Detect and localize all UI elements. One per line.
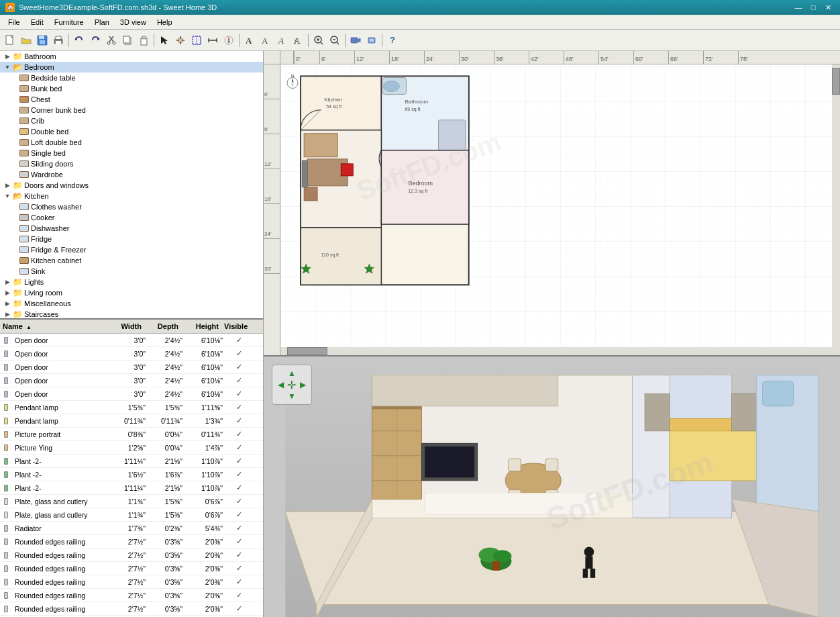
nav-right-button[interactable]: ▶ (297, 379, 309, 391)
nav-down-button[interactable]: ▼ (286, 391, 298, 402)
list-row-13[interactable]: Plate, glass and cutlery1'1¾"1'5⅜"0'6⅞"✓ (0, 508, 263, 522)
paste-button[interactable] (136, 33, 151, 48)
tree-item-sink[interactable]: Sink (0, 266, 263, 277)
tree-item-staircases[interactable]: ▶ 📁 Staircases (0, 309, 263, 320)
tree-item-fridge[interactable]: Fridge (0, 234, 263, 244)
row-visible-18[interactable]: ✓ (225, 576, 252, 587)
tree-item-bathroom[interactable]: ▶ 📁 Bathroom (0, 51, 263, 62)
tree-item-kitchen-cabinet[interactable]: Kitchen cabinet (0, 255, 263, 266)
list-row-7[interactable]: Picture portrait0'8⅜"0'0¼"0'11¾"✓ (0, 428, 263, 441)
row-visible-17[interactable]: ✓ (225, 563, 252, 574)
row-visible-14[interactable]: ✓ (225, 522, 252, 534)
text-button-4[interactable]: A (291, 33, 305, 48)
col-header-height[interactable]: Height (181, 321, 221, 332)
row-visible-11[interactable]: ✓ (225, 482, 252, 493)
expander-living-room[interactable]: ▶ (3, 289, 12, 296)
row-visible-4[interactable]: ✓ (225, 388, 252, 399)
help-button[interactable]: ? (385, 33, 400, 48)
list-row-9[interactable]: Plant -2-1'11¼"2'1⅝"1'10⅞"✓ (0, 455, 263, 468)
nav-up-button[interactable]: ▲ (286, 368, 298, 379)
row-visible-19[interactable]: ✓ (225, 589, 252, 601)
tree-item-sliding-doors[interactable]: Sliding doors (0, 158, 263, 169)
list-row-11[interactable]: Plant -2-1'11¼"2'1⅝"1'10⅞"✓ (0, 481, 263, 495)
text-button-2[interactable]: A (258, 33, 273, 48)
dimension-button[interactable] (205, 33, 220, 48)
expander-kitchen[interactable]: ▼ (3, 193, 12, 199)
text-button-3[interactable]: A (274, 33, 289, 48)
tree-item-wardrobe[interactable]: Wardrobe (0, 169, 263, 180)
list-row-14[interactable]: Radiator1'7¾"0'2⅜"5'4¾"✓ (0, 522, 263, 535)
row-visible-2[interactable]: ✓ (225, 361, 252, 373)
tree-item-lights[interactable]: ▶ 📁 Lights (0, 277, 263, 287)
zoom-in-button[interactable] (311, 33, 326, 48)
row-visible-3[interactable]: ✓ (225, 375, 252, 386)
tree-item-cooker[interactable]: Cooker (0, 212, 263, 223)
view-3d-button[interactable] (364, 33, 379, 48)
save-button[interactable] (35, 33, 50, 48)
tree-item-dishwasher[interactable]: Dishwasher (0, 223, 263, 234)
row-visible-8[interactable]: ✓ (225, 442, 252, 453)
list-row-20[interactable]: Rounded edges railing2'7½"0'3⅝"2'0⅜"✓ (0, 602, 263, 616)
plan-vscrollbar[interactable] (832, 64, 840, 355)
list-row-2[interactable]: Open door3'0"2'4½"6'10⅛"✓ (0, 361, 263, 374)
list-row-15[interactable]: Rounded edges railing2'7½"0'3⅝"2'0⅜"✓ (0, 535, 263, 549)
navigation-control[interactable]: ▲ ◀ ✛ ▶ ▼ (272, 365, 312, 405)
list-row-17[interactable]: Rounded edges railing2'7½"0'3⅝"2'0⅜"✓ (0, 562, 263, 575)
minimize-button[interactable]: — (792, 2, 805, 13)
menu-furniture[interactable]: Furniture (49, 17, 89, 28)
list-row-19[interactable]: Rounded edges railing2'7½"0'3⅝"2'0⅜"✓ (0, 589, 263, 602)
expander-staircases[interactable]: ▶ (3, 311, 12, 318)
row-visible-13[interactable]: ✓ (225, 509, 252, 520)
create-room-button[interactable] (189, 33, 204, 48)
tree-item-single-bed[interactable]: Single bed (0, 148, 263, 158)
nav-left-button[interactable]: ◀ (275, 379, 286, 391)
plan-canvas[interactable]: Kitchen 54 sq ft Bathroom 69 sq ft Livin… (280, 64, 832, 347)
close-button[interactable]: ✕ (821, 2, 835, 13)
row-visible-16[interactable]: ✓ (225, 549, 252, 561)
row-visible-6[interactable]: ✓ (225, 415, 252, 426)
tree-item-corner-bunk-bed[interactable]: Corner bunk bed (0, 105, 263, 115)
zoom-out-button[interactable] (327, 33, 342, 48)
tree-item-miscellaneous[interactable]: ▶ 📁 Miscellaneous (0, 298, 263, 309)
open-button[interactable] (19, 33, 34, 48)
maximize-button[interactable]: □ (806, 2, 820, 13)
list-row-16[interactable]: Rounded edges railing2'7½"0'3⅝"2'0⅜"✓ (0, 549, 263, 562)
tree-item-crib[interactable]: Crib (0, 115, 263, 126)
tree-item-bunk-bed[interactable]: Bunk bed (0, 83, 263, 94)
cut-button[interactable] (104, 33, 119, 48)
new-button[interactable] (3, 33, 17, 48)
list-row-4[interactable]: Open door3'0"2'4½"6'10⅛"✓ (0, 387, 263, 401)
col-header-depth[interactable]: Depth (144, 321, 181, 332)
expander-lights[interactable]: ▶ (3, 279, 12, 285)
row-visible-12[interactable]: ✓ (225, 495, 252, 507)
row-visible-5[interactable]: ✓ (225, 401, 252, 413)
compass-button[interactable] (221, 33, 236, 48)
list-row-8[interactable]: Picture Ying1'2⅝"0'0¼"1'4⅞"✓ (0, 441, 263, 455)
copy-button[interactable] (120, 33, 135, 48)
undo-button[interactable] (72, 33, 87, 48)
row-visible-7[interactable]: ✓ (225, 428, 252, 440)
expander-bedroom[interactable]: ▼ (3, 64, 12, 70)
select-mode-button[interactable] (157, 33, 172, 48)
menu-edit[interactable]: Edit (25, 17, 49, 28)
tree-item-chest[interactable]: Chest (0, 94, 263, 105)
tree-item-bedside-table[interactable]: Bedside table (0, 73, 263, 83)
list-row-3[interactable]: Open door3'0"2'4½"6'10⅛"✓ (0, 374, 263, 387)
furniture-list[interactable]: Name ▲ Width Depth Height Visible Open d… (0, 320, 264, 617)
tree-item-doors-windows[interactable]: ▶ 📁 Doors and windows (0, 180, 263, 191)
redo-button[interactable] (88, 33, 103, 48)
row-visible-15[interactable]: ✓ (225, 536, 252, 547)
tree-item-loft-double-bed[interactable]: Loft double bed (0, 137, 263, 148)
row-visible-9[interactable]: ✓ (225, 455, 252, 467)
list-row-6[interactable]: Pendant lamp0'11¾"0'11¾"1'3¾"✓ (0, 414, 263, 428)
menu-3dview[interactable]: 3D view (115, 17, 152, 28)
row-visible-20[interactable]: ✓ (225, 603, 252, 614)
plan-hscrollbar[interactable] (280, 347, 832, 355)
camera-2d-button[interactable] (348, 33, 363, 48)
col-header-visible[interactable]: Visible (221, 321, 248, 332)
expander-bathroom[interactable]: ▶ (3, 53, 12, 60)
expander-misc[interactable]: ▶ (3, 300, 12, 307)
furniture-tree[interactable]: ▶ 📁 Bathroom ▼ 📂 Bedroom Bedside table B… (0, 51, 264, 320)
tree-item-living-room[interactable]: ▶ 📁 Living room (0, 287, 263, 298)
expander-doors[interactable]: ▶ (3, 182, 12, 189)
